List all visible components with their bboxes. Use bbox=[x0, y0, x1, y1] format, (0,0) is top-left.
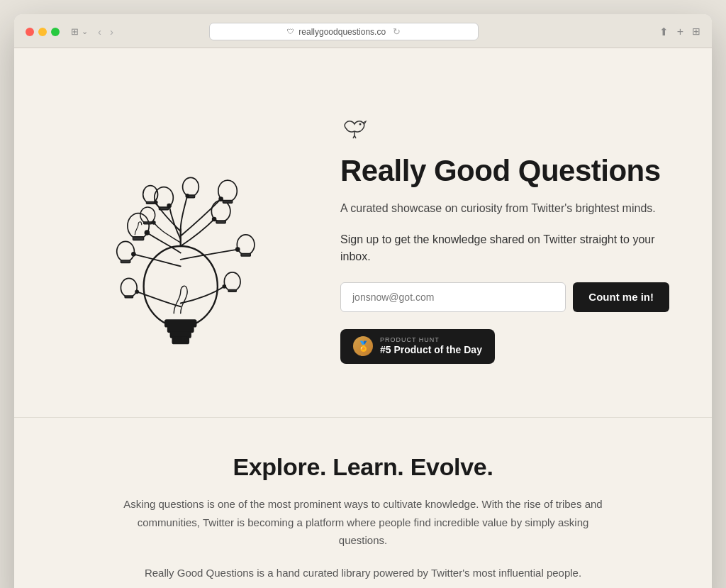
forward-button[interactable]: › bbox=[108, 26, 115, 38]
lower-title: Explore. Learn. Evolve. bbox=[57, 453, 669, 481]
security-icon: 🛡 bbox=[287, 28, 294, 35]
svg-point-11 bbox=[167, 204, 172, 209]
address-bar[interactable]: 🛡 reallygoodquestions.co ↻ bbox=[209, 23, 479, 40]
maximize-button[interactable] bbox=[51, 28, 60, 36]
page-content: Really Good Questions A curated showcase… bbox=[14, 48, 712, 588]
email-input[interactable] bbox=[340, 282, 566, 312]
ph-rank: #5 Product of the Day bbox=[380, 343, 482, 356]
ph-label: PRODUCT HUNT bbox=[380, 336, 482, 344]
svg-point-15 bbox=[237, 235, 255, 255]
lower-desc1: Asking questions is one of the most prom… bbox=[122, 495, 604, 550]
hero-section: Really Good Questions A curated showcase… bbox=[14, 48, 712, 417]
svg-rect-3 bbox=[171, 332, 191, 338]
ph-text: PRODUCT HUNT #5 Product of the Day bbox=[380, 336, 482, 357]
svg-point-26 bbox=[185, 194, 189, 198]
svg-rect-7 bbox=[133, 237, 143, 240]
hero-content: Really Good Questions A curated showcase… bbox=[340, 101, 669, 363]
svg-point-33 bbox=[121, 278, 137, 297]
svg-point-14 bbox=[212, 217, 217, 222]
svg-point-17 bbox=[235, 247, 240, 252]
svg-point-35 bbox=[135, 290, 139, 294]
url-text: reallygoodquestions.co bbox=[298, 27, 386, 37]
svg-rect-2 bbox=[168, 327, 194, 333]
svg-point-24 bbox=[183, 177, 199, 196]
nav-controls: ‹ › bbox=[96, 26, 115, 38]
svg-rect-37 bbox=[144, 222, 152, 224]
browser-actions: ⬆ + ⊞ bbox=[659, 26, 700, 38]
back-button[interactable]: ‹ bbox=[96, 26, 103, 38]
svg-point-30 bbox=[224, 272, 240, 292]
minimize-button[interactable] bbox=[38, 28, 47, 36]
refresh-icon[interactable]: ↻ bbox=[393, 26, 401, 37]
svg-rect-19 bbox=[121, 260, 130, 263]
share-icon[interactable]: ⬆ bbox=[659, 26, 669, 38]
svg-point-18 bbox=[117, 241, 135, 261]
hero-subtitle: A curated showcase on curiosity from Twi… bbox=[340, 200, 669, 217]
new-tab-icon[interactable]: + bbox=[677, 26, 683, 38]
close-button[interactable] bbox=[26, 28, 34, 36]
svg-point-32 bbox=[222, 284, 226, 289]
hero-title: Really Good Questions bbox=[340, 154, 669, 188]
medal-icon: 🏅 bbox=[353, 336, 373, 356]
chevron-down-icon[interactable]: ⌄ bbox=[82, 27, 88, 36]
hero-illustration bbox=[43, 105, 312, 360]
window-controls: ⊞ ⌄ bbox=[71, 26, 88, 37]
svg-point-29 bbox=[154, 201, 158, 205]
svg-point-39 bbox=[359, 123, 362, 126]
svg-rect-13 bbox=[216, 221, 225, 223]
traffic-lights bbox=[26, 28, 60, 36]
svg-point-0 bbox=[144, 246, 218, 327]
product-hunt-badge[interactable]: 🏅 PRODUCT HUNT #5 Product of the Day bbox=[340, 329, 495, 364]
svg-rect-1 bbox=[165, 320, 196, 326]
browser-chrome: ⊞ ⌄ ‹ › 🛡 reallygoodquestions.co ↻ ⬆ + ⊞ bbox=[14, 14, 712, 48]
svg-rect-31 bbox=[228, 290, 236, 292]
svg-rect-16 bbox=[241, 253, 250, 256]
svg-rect-28 bbox=[146, 201, 154, 204]
svg-point-20 bbox=[131, 252, 136, 257]
email-form: Count me in! bbox=[340, 282, 669, 312]
bird-icon bbox=[340, 116, 669, 145]
grid-icon[interactable]: ⊞ bbox=[692, 26, 700, 38]
browser-window: ⊞ ⌄ ‹ › 🛡 reallygoodquestions.co ↻ ⬆ + ⊞ bbox=[14, 14, 712, 588]
svg-rect-22 bbox=[223, 201, 232, 204]
svg-rect-34 bbox=[125, 296, 133, 298]
svg-point-38 bbox=[152, 221, 156, 225]
window-grid-icon[interactable]: ⊞ bbox=[71, 26, 79, 37]
lower-section: Explore. Learn. Evolve. Asking questions… bbox=[14, 417, 712, 588]
svg-point-8 bbox=[145, 230, 150, 235]
hero-cta-text: Sign up to get the knowledge shared on T… bbox=[340, 231, 669, 265]
lower-desc2: Really Good Questions is a hand curated … bbox=[122, 564, 604, 582]
svg-point-23 bbox=[218, 196, 223, 201]
cta-button[interactable]: Count me in! bbox=[573, 282, 669, 312]
